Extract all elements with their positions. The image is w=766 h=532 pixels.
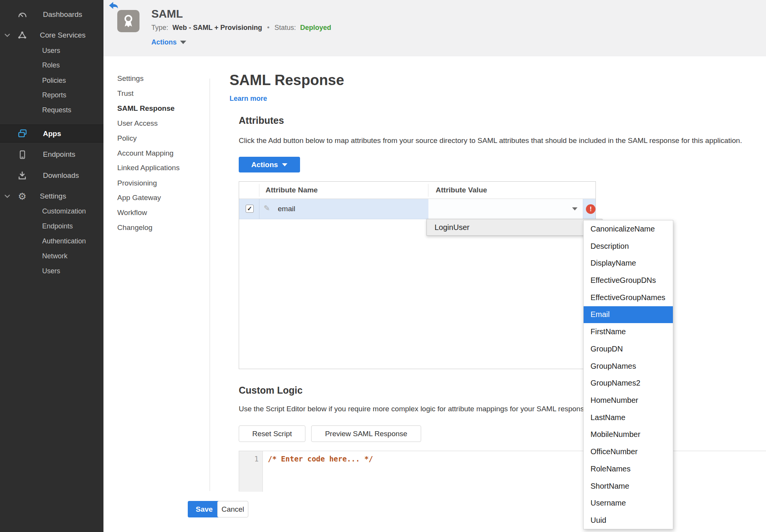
menu-item-groupdn[interactable]: GroupDN [584, 340, 673, 358]
menu-item-lastname[interactable]: LastName [584, 409, 673, 426]
sidebar-item-label: Apps [43, 130, 61, 138]
column-header-attribute-name: Attribute Name [266, 186, 318, 194]
error-icon: ! [586, 204, 595, 214]
attributes-description: Click the Add button below to map attrib… [239, 136, 742, 145]
editor-gutter: 1 [239, 451, 263, 492]
menu-item-uuid[interactable]: Uuid [584, 512, 673, 529]
value-menu-loginuser[interactable]: LoginUser [426, 219, 602, 236]
cancel-button[interactable]: Cancel [217, 501, 248, 517]
tab-trust[interactable]: Trust [117, 89, 134, 99]
tab-label: Settings [117, 74, 144, 83]
save-button[interactable]: Save [188, 501, 221, 517]
chevron-down-icon[interactable] [4, 32, 11, 39]
line-number: 1 [254, 455, 259, 463]
menu-item-groupnames[interactable]: GroupNames [584, 358, 673, 375]
menu-item-rolenames[interactable]: RoleNames [584, 460, 673, 478]
tab-settings[interactable]: Settings [117, 74, 144, 84]
tab-label: Changelog [117, 223, 153, 232]
menu-item-officenumber[interactable]: OfficeNumber [584, 443, 673, 460]
section-title: SAML Response [230, 72, 344, 89]
table-row[interactable]: ✓ ✎ email ! [239, 199, 595, 219]
page-title: SAML [151, 8, 183, 20]
sidebar-item-network[interactable]: Network [42, 251, 67, 261]
sidebar-item-settings-endpoints[interactable]: Endpoints [42, 221, 73, 231]
sidebar-group-core-services[interactable]: Core Services [0, 28, 103, 43]
attributes-table: Attribute Name Attribute Value ✓ ✎ email… [239, 181, 596, 369]
tab-account-mapping[interactable]: Account Mapping [117, 148, 174, 158]
row-checkbox[interactable]: ✓ [246, 205, 254, 213]
download-icon [17, 170, 28, 181]
menu-item-homenumber[interactable]: HomeNumber [584, 392, 673, 409]
edit-pencil-icon[interactable]: ✎ [264, 204, 270, 213]
menu-item-canonicalizename[interactable]: CanonicalizeName [584, 220, 673, 238]
apps-icon [17, 128, 28, 139]
sidebar-item-customization[interactable]: Customization [42, 206, 86, 216]
menu-item-effectivegroupnames[interactable]: EffectiveGroupNames [584, 289, 673, 306]
menu-item-firstname[interactable]: FirstName [584, 323, 673, 340]
saml-app-icon [117, 10, 139, 32]
tab-label: Provisioning [117, 179, 157, 187]
sidebar-item-endpoints[interactable]: Endpoints [0, 147, 103, 162]
attributes-actions-button[interactable]: Actions [239, 157, 300, 172]
tab-label: SAML Response [117, 104, 175, 113]
sidebar-group-label: Core Services [40, 31, 85, 39]
menu-item-description[interactable]: Description [584, 238, 673, 255]
tab-provisioning[interactable]: Provisioning [117, 178, 157, 188]
tab-label: Workflow [117, 209, 147, 217]
status-badge: Deployed [300, 24, 331, 31]
nav-content-divider [210, 79, 210, 491]
chevron-down-icon[interactable] [4, 193, 11, 200]
menu-item-displayname[interactable]: DisplayName [584, 255, 673, 272]
sidebar-item-users[interactable]: Users [42, 46, 60, 56]
tab-app-gateway[interactable]: App Gateway [117, 193, 161, 203]
custom-logic-description: Use the Script Editor below if you requi… [239, 405, 590, 413]
sidebar-subitem-label: Reports [42, 91, 66, 99]
sidebar-item-policies[interactable]: Policies [42, 76, 66, 85]
menu-item-username[interactable]: Username [584, 495, 673, 512]
sidebar-item-roles[interactable]: Roles [42, 60, 60, 70]
tab-linked-applications[interactable]: Linked Applications [117, 163, 180, 173]
sidebar-item-reports[interactable]: Reports [42, 90, 66, 100]
actions-label: Actions [151, 38, 177, 46]
sidebar-group-label: Settings [40, 192, 66, 200]
app-meta: Type: Web - SAML + Provisioning • Status… [151, 24, 331, 32]
dashboard-icon [17, 9, 28, 20]
sidebar-item-authentication[interactable]: Authentication [42, 236, 86, 246]
tab-user-access[interactable]: User Access [117, 118, 158, 128]
script-editor[interactable]: 1 /* Enter code here... */ [239, 451, 766, 491]
header-actions-menu[interactable]: Actions [151, 38, 186, 46]
attribute-name-cell: email [278, 205, 295, 213]
sidebar-item-dashboards[interactable]: Dashboards [0, 7, 103, 22]
sidebar-group-settings[interactable]: ⚙ Settings [0, 189, 103, 204]
menu-item-label: LoginUser [435, 223, 469, 232]
column-divider [583, 199, 583, 219]
chevron-down-icon [282, 163, 287, 166]
back-arrow-icon[interactable] [108, 1, 118, 10]
preview-saml-response-button[interactable]: Preview SAML Response [311, 425, 421, 442]
sidebar-item-settings-users[interactable]: Users [42, 266, 60, 276]
tab-policy[interactable]: Policy [117, 133, 137, 143]
attribute-value-dropdown[interactable] [428, 199, 583, 219]
learn-more-link[interactable]: Learn more [230, 95, 267, 103]
reset-script-button[interactable]: Reset Script [239, 425, 305, 442]
menu-item-groupnames2[interactable]: GroupNames2 [584, 374, 673, 392]
tab-saml-response[interactable]: SAML Response [117, 103, 175, 113]
tab-label: User Access [117, 119, 158, 128]
tab-workflow[interactable]: Workflow [117, 208, 147, 218]
tab-label: App Gateway [117, 194, 161, 202]
sidebar-item-downloads[interactable]: Downloads [0, 168, 103, 183]
attributes-heading: Attributes [239, 115, 284, 126]
menu-item-shortname[interactable]: ShortName [584, 478, 673, 495]
menu-item-mobilenumber[interactable]: MobileNumber [584, 426, 673, 443]
sidebar-item-apps[interactable]: Apps [0, 125, 103, 143]
tab-label: Linked Applications [117, 164, 180, 172]
tab-label: Policy [117, 134, 137, 143]
tab-changelog[interactable]: Changelog [117, 223, 153, 233]
column-header-attribute-value: Attribute Value [436, 186, 487, 194]
menu-item-effectivegroupdns[interactable]: EffectiveGroupDNs [584, 272, 673, 289]
sidebar-item-requests[interactable]: Requests [42, 105, 71, 115]
menu-item-email[interactable]: Email [584, 306, 673, 323]
column-divider [259, 184, 259, 197]
tab-label: Account Mapping [117, 149, 174, 158]
app-header: SAML Type: Web - SAML + Provisioning • S… [103, 0, 766, 56]
